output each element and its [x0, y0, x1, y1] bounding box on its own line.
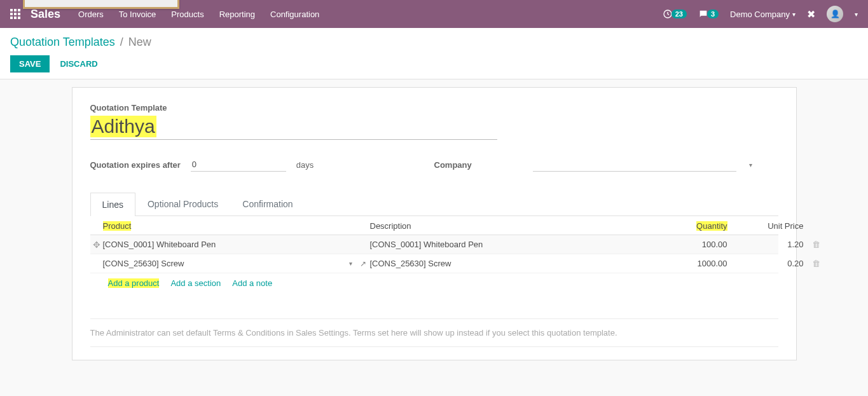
svg-rect-0: [10, 9, 13, 11]
svg-rect-7: [14, 17, 17, 19]
avatar[interactable]: 👤: [827, 6, 843, 22]
highlight-title: Adithya: [90, 116, 156, 137]
trash-icon[interactable]: 🗑: [809, 240, 824, 249]
svg-rect-8: [18, 17, 20, 19]
expires-group: Quotation expires after days: [90, 158, 434, 172]
menu-to-invoice[interactable]: To Invoice: [119, 10, 156, 19]
decorative-overlay: [23, 0, 179, 9]
user-menu-caret[interactable]: ▾: [855, 11, 858, 18]
company-input[interactable]: [533, 158, 736, 172]
control-panel: Quotation Templates / New Save Discard: [0, 28, 868, 79]
action-buttons: Save Discard: [10, 55, 858, 72]
cell-unit-price[interactable]: 1.20: [733, 240, 809, 249]
expires-label: Quotation expires after: [90, 160, 181, 170]
breadcrumb-sep: /: [120, 36, 123, 49]
cell-quantity[interactable]: 100.00: [650, 240, 733, 249]
svg-rect-2: [18, 9, 20, 11]
menu-reporting[interactable]: Reporting: [219, 10, 255, 19]
svg-rect-5: [18, 13, 20, 15]
top-menu: Orders To Invoice Products Reporting Con…: [78, 10, 663, 19]
external-link-icon[interactable]: ↗: [360, 259, 366, 268]
top-right-tray: 23 3 Demo Company ▾ ✖ 👤 ▾: [663, 6, 858, 22]
cell-description[interactable]: [CONS_0001] Whiteboard Pen: [370, 240, 650, 249]
cell-description[interactable]: [CONS_25630] Screw: [370, 259, 650, 268]
col-description: Description: [370, 221, 650, 231]
company-name: Demo Company: [730, 10, 790, 19]
activities-button[interactable]: 23: [663, 9, 687, 19]
add-product-link[interactable]: Add a product: [108, 278, 160, 288]
chevron-down-icon: ▾: [792, 11, 796, 18]
top-navigation: Sales Orders To Invoice Products Reporti…: [0, 0, 868, 28]
tab-optional-products[interactable]: Optional Products: [135, 192, 230, 215]
add-note-link[interactable]: Add a note: [232, 278, 272, 288]
table-row[interactable]: ✥ [CONS_0001] Whiteboard Pen [CONS_0001]…: [90, 235, 778, 254]
discard-button[interactable]: Discard: [60, 59, 97, 69]
svg-rect-6: [10, 17, 13, 19]
col-unit-price: Unit Price: [733, 221, 809, 231]
col-quantity: Quantity: [696, 221, 727, 231]
menu-configuration[interactable]: Configuration: [270, 10, 319, 19]
expires-input[interactable]: [191, 158, 286, 172]
breadcrumb-root[interactable]: Quotation Templates: [10, 36, 115, 49]
tab-confirmation[interactable]: Confirmation: [230, 192, 305, 215]
tabs: Lines Optional Products Confirmation: [90, 192, 778, 216]
add-links-row: Add a product Add a section Add a note: [90, 273, 778, 288]
terms-placeholder[interactable]: The Administrator can set default Terms …: [90, 318, 778, 347]
svg-rect-3: [10, 13, 13, 15]
cell-unit-price[interactable]: 0.20: [733, 259, 809, 268]
cell-product[interactable]: [CONS_25630] Screw ▾ ↗: [103, 259, 370, 268]
col-product: Product: [103, 221, 132, 231]
breadcrumb: Quotation Templates / New: [10, 36, 858, 49]
menu-orders[interactable]: Orders: [78, 10, 104, 19]
activities-count: 23: [672, 10, 687, 18]
drag-handle-icon[interactable]: ✥: [90, 240, 103, 250]
chevron-down-icon[interactable]: ▾: [749, 161, 752, 168]
title-label: Quotation Template: [90, 103, 778, 113]
svg-rect-4: [14, 13, 17, 15]
days-label: days: [296, 160, 313, 170]
svg-rect-1: [14, 9, 17, 11]
developer-tools-icon[interactable]: ✖: [807, 8, 815, 20]
company-label: Company: [434, 160, 472, 170]
tab-lines[interactable]: Lines: [90, 193, 135, 216]
add-section-link[interactable]: Add a section: [170, 278, 221, 288]
messages-count: 3: [707, 10, 719, 18]
chevron-down-icon[interactable]: ▾: [349, 260, 352, 267]
company-switcher[interactable]: Demo Company ▾: [730, 10, 796, 19]
apps-icon[interactable]: [10, 9, 20, 19]
company-group: Company ▾: [434, 158, 778, 172]
cell-product[interactable]: [CONS_0001] Whiteboard Pen: [103, 240, 370, 249]
app-brand[interactable]: Sales: [31, 8, 60, 21]
table-row[interactable]: [CONS_25630] Screw ▾ ↗ [CONS_25630] Scre…: [90, 254, 778, 273]
form-row: Quotation expires after days Company ▾: [90, 158, 778, 172]
cell-quantity[interactable]: 1000.00: [650, 259, 733, 268]
messages-button[interactable]: 3: [698, 9, 719, 19]
menu-products[interactable]: Products: [171, 10, 203, 19]
grid-header: Product Description Quantity Unit Price: [90, 216, 778, 235]
lines-grid: Product Description Quantity Unit Price …: [90, 216, 778, 288]
breadcrumb-current: New: [128, 36, 151, 49]
save-button[interactable]: Save: [10, 55, 50, 72]
form-sheet: Quotation Template Adithya Quotation exp…: [72, 87, 797, 360]
trash-icon[interactable]: 🗑: [809, 259, 824, 268]
